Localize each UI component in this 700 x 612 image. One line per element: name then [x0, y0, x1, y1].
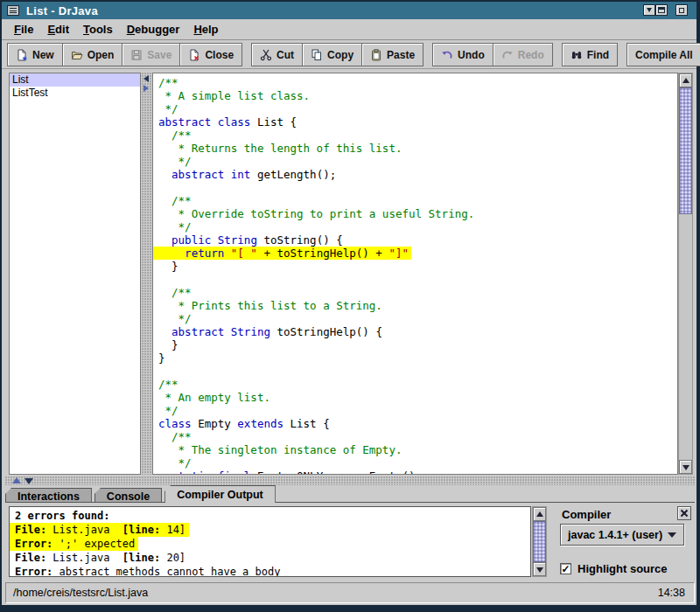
- highlight-source-checkbox[interactable]: ✓: [560, 563, 571, 574]
- code-line[interactable]: }: [158, 260, 677, 273]
- code-line[interactable]: public String toString() {: [158, 233, 677, 247]
- scroll-down-button[interactable]: [679, 460, 692, 474]
- code-line[interactable]: /**: [158, 286, 677, 299]
- compile-all-button[interactable]: Compile All: [626, 43, 700, 66]
- code-line[interactable]: */: [158, 404, 677, 417]
- paste-button-label: Paste: [387, 49, 415, 61]
- cut-button-label: Cut: [276, 49, 294, 61]
- scroll-up-button[interactable]: [533, 507, 546, 521]
- code-line[interactable]: * An empty list.: [158, 391, 677, 404]
- code-line[interactable]: */: [158, 155, 677, 168]
- code-line[interactable]: * A simple list class.: [158, 89, 677, 102]
- drjava-window: List - DrJava FileEditToolsDebuggerHelp …: [0, 0, 700, 612]
- up-arrow-icon: [682, 78, 690, 83]
- paste-button[interactable]: Paste: [361, 43, 424, 66]
- scroll-down-button[interactable]: [533, 562, 546, 576]
- splitter-collapse-right-icon[interactable]: [144, 85, 149, 92]
- up-arrow-icon: [536, 511, 543, 517]
- scrollbar-thumb[interactable]: [679, 87, 692, 214]
- redo-arrow-icon: [501, 49, 514, 61]
- code-line[interactable]: */: [158, 312, 677, 325]
- undo-button[interactable]: Undo: [432, 43, 494, 66]
- find-button[interactable]: Find: [562, 43, 618, 66]
- code-line[interactable]: static final Empty ONLY = new Empty();: [158, 469, 677, 475]
- error-file-line[interactable]: File: List.java [line: 14]: [15, 523, 525, 537]
- code-line[interactable]: /**: [158, 378, 677, 391]
- scroll-up-button[interactable]: [679, 73, 692, 87]
- scrollbar-thumb[interactable]: [533, 521, 546, 562]
- code-line[interactable]: * Prints this list to a String.: [158, 299, 677, 312]
- window-maximize-button[interactable]: [655, 4, 668, 16]
- code-line[interactable]: * Returns the length of this list.: [158, 142, 677, 155]
- splitter-collapse-up-icon[interactable]: [12, 477, 21, 483]
- file-list-item-listtest[interactable]: ListTest: [10, 87, 140, 100]
- editor-vertical-scrollbar[interactable]: [678, 73, 693, 475]
- down-arrow-icon: [536, 567, 543, 573]
- code-editor[interactable]: /** * A simple list class. */abstract cl…: [152, 73, 678, 475]
- menu-help[interactable]: Help: [186, 21, 225, 38]
- compiler-output-text[interactable]: 2 errors found:File: List.java [line: 14…: [9, 506, 531, 577]
- window-shade-button[interactable]: [643, 4, 655, 16]
- error-message-line[interactable]: Error: ';' expected: [15, 537, 525, 551]
- error-summary: 2 errors found:: [15, 509, 525, 523]
- code-line[interactable]: */: [158, 220, 677, 233]
- menu-tools[interactable]: Tools: [76, 21, 120, 38]
- code-line[interactable]: [158, 181, 677, 194]
- error-file-line[interactable]: File: List.java [line: 20]: [15, 551, 525, 565]
- code-line[interactable]: * Override toString to print a useful St…: [158, 207, 677, 220]
- save-button[interactable]: Save: [122, 43, 180, 66]
- window-restore-button[interactable]: [676, 4, 688, 16]
- redo-button[interactable]: Redo: [493, 43, 553, 66]
- current-file-path: /home/creis/testsrc/List.java: [13, 587, 148, 599]
- code-area[interactable]: /** * A simple list class. */abstract cl…: [153, 73, 677, 474]
- output-vertical-scrollbar[interactable]: [532, 506, 547, 577]
- highlight-source-option[interactable]: ✓ Highlight source: [560, 562, 668, 575]
- code-line[interactable]: */: [158, 102, 677, 115]
- code-line[interactable]: abstract String toStringHelp() {: [158, 325, 677, 338]
- code-line[interactable]: return "[ " + toStringHelp() + "]": [158, 247, 677, 260]
- code-line[interactable]: class Empty extends List {: [158, 417, 677, 430]
- open-button[interactable]: Open: [62, 43, 123, 66]
- splitter-collapse-down-icon[interactable]: [24, 478, 33, 484]
- vertical-splitter[interactable]: [142, 73, 151, 475]
- splitter-collapse-left-icon[interactable]: [144, 75, 149, 82]
- menu-file[interactable]: File: [7, 21, 40, 38]
- window-frame: List - DrJava FileEditToolsDebuggerHelp …: [2, 2, 696, 605]
- code-line[interactable]: }: [158, 351, 677, 365]
- error-highlighted-line[interactable]: return "[ " + toStringHelp() + "]": [153, 247, 411, 260]
- window-title: List - DrJava: [26, 4, 98, 17]
- code-line[interactable]: abstract class List {: [158, 115, 677, 129]
- menu-debugger[interactable]: Debugger: [120, 21, 187, 38]
- close-button[interactable]: Close: [179, 43, 242, 66]
- error-message-line[interactable]: Error: abstract methods cannot have a bo…: [15, 565, 525, 577]
- copy-button[interactable]: Copy: [302, 43, 362, 66]
- code-line[interactable]: /**: [158, 430, 677, 443]
- new-button-label: New: [32, 49, 54, 61]
- code-line[interactable]: [158, 365, 677, 378]
- open-button-label: Open: [88, 49, 115, 61]
- tab-compiler-output[interactable]: Compiler Output: [164, 485, 276, 503]
- open-files-list[interactable]: ListListTest: [9, 73, 141, 475]
- code-line[interactable]: abstract int getLength();: [158, 168, 677, 181]
- menu-bar: FileEditToolsDebuggerHelp: [2, 19, 696, 40]
- title-bar[interactable]: List - DrJava: [2, 2, 696, 19]
- paste-clipboard-icon: [370, 49, 382, 61]
- code-line[interactable]: */: [158, 456, 677, 469]
- new-button[interactable]: New: [7, 43, 63, 66]
- code-line[interactable]: }: [158, 338, 677, 351]
- code-line[interactable]: /**: [158, 194, 677, 207]
- code-line[interactable]: [158, 273, 677, 286]
- close-document-icon: [188, 49, 200, 61]
- code-line[interactable]: * The singleton instance of Empty.: [158, 443, 677, 456]
- horizontal-splitter[interactable]: [5, 476, 695, 485]
- panel-close-button[interactable]: [677, 506, 691, 520]
- menu-edit[interactable]: Edit: [40, 21, 76, 38]
- window-menu-icon[interactable]: [7, 5, 19, 16]
- cut-button[interactable]: Cut: [251, 43, 303, 66]
- file-list-item-list[interactable]: List: [10, 73, 140, 87]
- compiler-select-dropdown[interactable]: javac 1.4.1+ (user): [560, 524, 684, 546]
- down-arrow-icon: [682, 465, 690, 470]
- code-line[interactable]: /**: [158, 129, 677, 142]
- code-line[interactable]: /**: [158, 76, 677, 89]
- copy-button-label: Copy: [327, 49, 354, 61]
